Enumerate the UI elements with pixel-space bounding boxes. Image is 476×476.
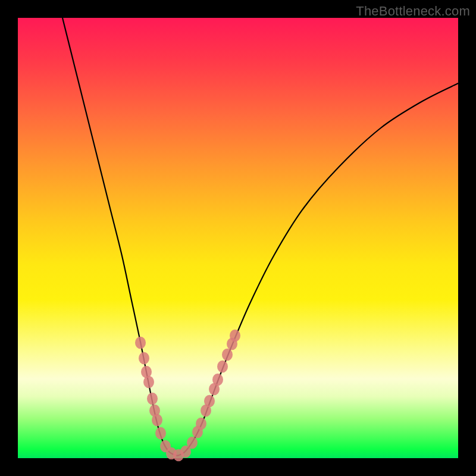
bead bbox=[135, 337, 146, 349]
watermark-text: TheBottleneck.com bbox=[356, 4, 470, 19]
bead bbox=[143, 376, 154, 389]
bead bbox=[152, 414, 162, 427]
bead bbox=[147, 393, 158, 405]
bead bbox=[212, 374, 223, 386]
right-curve bbox=[177, 83, 458, 456]
bead bbox=[222, 349, 233, 361]
chart-frame: TheBottleneck.com bbox=[0, 0, 476, 476]
bead bbox=[187, 437, 198, 449]
bead bbox=[196, 418, 206, 430]
left-curve bbox=[62, 18, 177, 456]
plot-area bbox=[18, 18, 458, 458]
bead bbox=[217, 361, 228, 373]
bead bbox=[139, 352, 149, 365]
bead bbox=[204, 395, 215, 408]
bead bbox=[155, 427, 166, 440]
bead bbox=[230, 330, 240, 342]
curves-svg bbox=[18, 18, 458, 458]
beads bbox=[135, 330, 240, 462]
